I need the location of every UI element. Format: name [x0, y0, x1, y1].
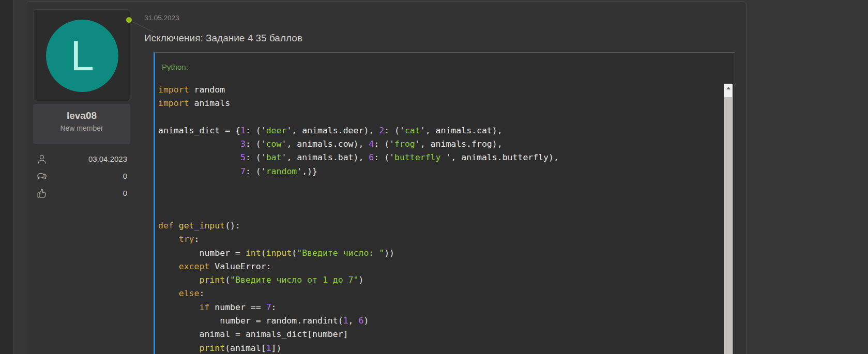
code-line — [158, 178, 723, 192]
post-date: 31.05.2023 — [144, 14, 179, 22]
code-block: Python: import randomimport animals anim… — [154, 52, 735, 354]
online-status-indicator — [126, 17, 132, 23]
scrollbar-thumb[interactable] — [724, 97, 732, 354]
user-avatar-panel: L — [33, 9, 130, 101]
code-line: print("Введите число от 1 до 7") — [158, 273, 723, 287]
user-avatar[interactable]: L — [46, 20, 118, 92]
code-line — [158, 206, 723, 219]
code-line: if number == 7: — [158, 301, 723, 314]
joined-date-row: 03.04.2023 — [33, 150, 130, 167]
code-line: 7: ('random',)} — [158, 165, 723, 178]
messages-count-value: 0 — [123, 172, 127, 180]
code-language-label: Python: — [155, 53, 735, 71]
avatar-pointer-line — [133, 22, 155, 33]
like-icon — [36, 188, 48, 199]
code-line: def get_input(): — [158, 219, 723, 233]
code-line: try: — [158, 233, 723, 246]
code-line: print(animal[1]) — [158, 342, 723, 354]
code-line: animals_dict = {1: ('deer', animals.deer… — [158, 124, 723, 137]
scroll-up-arrow-icon — [726, 87, 730, 89]
user-stats-panel: 03.04.2023 0 0 — [33, 150, 130, 202]
code-scrollbar[interactable] — [724, 84, 733, 354]
code-line: else: — [158, 287, 723, 300]
scroll-up-button[interactable] — [724, 84, 733, 93]
post-title: Исключения: Задание 4 35 баллов — [144, 33, 302, 44]
code-line: except ValueError: — [158, 260, 723, 273]
code-line: import random — [158, 83, 723, 97]
username-link[interactable]: leva08 — [33, 110, 130, 121]
messages-count-row: 0 — [33, 167, 130, 184]
joined-date-value: 03.04.2023 — [88, 155, 127, 163]
code-line: import animals — [158, 97, 723, 110]
user-name-panel: leva08 New member — [33, 104, 130, 144]
code-line: number = int(input("Введите число: ")) — [158, 247, 723, 260]
user-icon — [36, 153, 48, 165]
page-left-margin — [0, 0, 14, 354]
likes-count-row: 0 — [33, 184, 130, 202]
code-content: import randomimport animals animals_dict… — [155, 79, 723, 354]
page: { "post": { "date": "31.05.2023", "title… — [0, 0, 868, 354]
code-line: 5: ('bat', animals.bat), 6: ('butterfly … — [158, 151, 723, 164]
comments-icon — [36, 171, 48, 182]
code-line: 3: ('cow', animals.cow), 4: ('frog', ani… — [158, 137, 723, 151]
code-line — [158, 192, 723, 205]
forum-post: L leva08 New member 03.04.2023 0 — [26, 1, 747, 354]
code-line — [158, 111, 723, 124]
likes-count-value: 0 — [123, 189, 127, 197]
code-line: number = random.randint(1, 6) — [158, 314, 723, 328]
code-line: animal = animals_dict[number] — [158, 328, 723, 341]
user-role-label: New member — [33, 124, 130, 132]
